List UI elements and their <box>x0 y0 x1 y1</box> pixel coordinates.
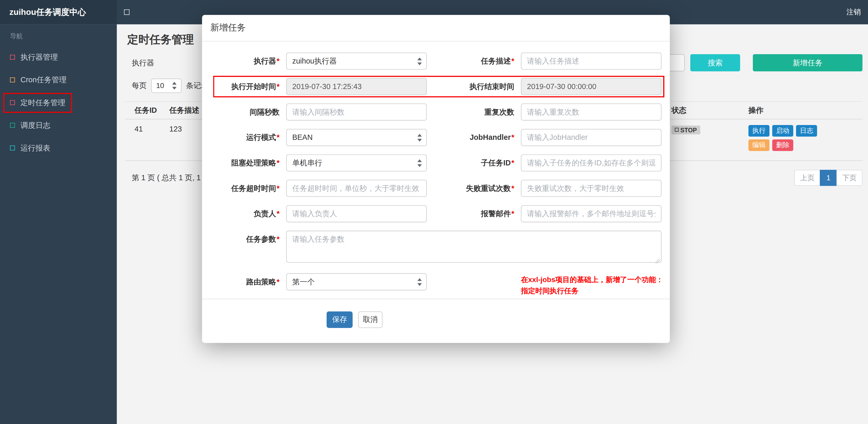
task-desc-input[interactable] <box>521 53 661 70</box>
square-outline-icon <box>10 55 15 60</box>
alarm-email-input[interactable] <box>521 205 661 222</box>
run-mode-select[interactable]: BEAN <box>286 129 427 146</box>
header-task-id: 任务ID <box>125 105 169 116</box>
header-operations: 操作 <box>748 105 862 116</box>
block-strategy-label: 阻塞处理策略* <box>202 155 279 172</box>
sidebar-item-label: 定时任务管理 <box>21 98 65 107</box>
active-item-annotation-box: 定时任务管理 <box>3 93 72 112</box>
cell-operations: 执行 启动 日志 编辑 删除 <box>748 125 862 154</box>
sidebar-item-dispatch-log[interactable]: 调度日志 <box>0 114 117 136</box>
add-task-button[interactable]: 新增任务 <box>753 54 862 71</box>
search-button[interactable]: 搜索 <box>690 54 740 71</box>
jobhandler-label: JobHandler* <box>427 129 514 146</box>
run-button[interactable]: 执行 <box>748 125 770 137</box>
sidebar-item-label: Cron任务管理 <box>21 75 67 85</box>
per-page-value: 10 <box>156 81 164 90</box>
cancel-button[interactable]: 取消 <box>358 312 382 328</box>
executor-select[interactable]: zuihou执行器 <box>286 53 427 70</box>
start-time-label: 执行开始时间* <box>202 78 279 95</box>
interval-label: 间隔秒数 <box>202 103 279 121</box>
owner-label: 负责人* <box>202 205 279 222</box>
timeout-input[interactable] <box>286 180 427 197</box>
edit-button[interactable]: 编辑 <box>748 139 770 151</box>
log-button[interactable]: 日志 <box>796 125 817 137</box>
prev-page-button[interactable]: 上页 <box>795 170 820 186</box>
cell-status: STOP <box>672 125 748 134</box>
feature-note-line1: 在xxl-jobs项目的基础上，新增了一个功能： <box>521 274 663 285</box>
run-mode-label: 运行模式* <box>202 129 279 146</box>
save-button[interactable]: 保存 <box>327 312 353 328</box>
retry-count-label: 失败重试次数* <box>427 180 514 197</box>
square-outline-icon <box>10 77 15 82</box>
square-outline-icon <box>10 100 15 105</box>
child-job-input[interactable] <box>521 155 661 172</box>
next-page-button[interactable]: 下页 <box>836 170 863 186</box>
cell-task-id: 41 <box>125 125 169 133</box>
route-strategy-select[interactable]: 第一个 <box>286 273 427 290</box>
owner-input[interactable] <box>286 205 427 222</box>
header-status: 状态 <box>672 105 748 116</box>
modal-footer: 保存 取消 <box>202 299 670 343</box>
sidebar-item-cron-task-manage[interactable]: Cron任务管理 <box>0 68 117 91</box>
block-strategy-select[interactable]: 单机串行 <box>286 155 427 172</box>
repeat-count-label: 重复次数 <box>427 103 514 121</box>
select-arrows-icon <box>417 159 422 167</box>
retry-count-input[interactable] <box>521 180 661 197</box>
nav-section-label: 导航 <box>0 24 117 46</box>
delete-button[interactable]: 删除 <box>772 139 794 151</box>
end-time-label: 执行结束时间 <box>427 78 514 95</box>
executor-filter-label: 执行器 <box>132 58 154 68</box>
route-strategy-label: 路由策略* <box>202 273 279 290</box>
brand-title: zuihou任务调度中心 <box>0 0 117 24</box>
pagination: 上页 1 下页 <box>795 170 863 186</box>
sidebar-item-label: 执行器管理 <box>21 52 58 62</box>
status-badge: STOP <box>672 125 700 134</box>
sidebar-item-run-report[interactable]: 运行报表 <box>0 137 117 159</box>
logout-link[interactable]: 注销 <box>846 0 861 24</box>
square-outline-icon <box>10 123 15 128</box>
executor-label: 执行器* <box>202 53 279 70</box>
current-page-button[interactable]: 1 <box>820 170 837 186</box>
timeout-label: 任务超时时间* <box>202 180 279 197</box>
repeat-count-input[interactable] <box>521 103 661 121</box>
per-page-select[interactable]: 10 <box>151 78 182 93</box>
feature-note: 在xxl-jobs项目的基础上，新增了一个功能： 指定时间执行任务 <box>521 273 663 296</box>
add-task-modal: 新增任务 执行器* zuihou执行器 任务描述* 执行开始时间* <box>202 15 670 343</box>
select-arrows-icon <box>417 278 422 286</box>
per-page-prefix: 每页 <box>132 80 147 90</box>
app-root: zuihou任务调度中心 注销 导航 执行器管理 Cron任务管理 定时任务管理… <box>0 0 868 424</box>
task-desc-label: 任务描述* <box>427 53 514 70</box>
start-time-input[interactable] <box>286 78 427 95</box>
sidebar-item-label: 运行报表 <box>21 143 51 153</box>
sidebar-item-label: 调度日志 <box>21 120 51 130</box>
job-param-textarea[interactable] <box>286 231 661 263</box>
end-time-input[interactable] <box>521 78 661 95</box>
sidebar-menu: 执行器管理 Cron任务管理 定时任务管理 调度日志 运行报表 <box>0 46 117 159</box>
interval-input[interactable] <box>286 103 427 121</box>
square-glyph-icon <box>675 128 679 132</box>
modal-title: 新增任务 <box>202 15 670 41</box>
sidebar-item-timed-task-manage[interactable]: 定时任务管理 <box>0 91 117 114</box>
sidebar: 导航 执行器管理 Cron任务管理 定时任务管理 调度日志 运行报表 <box>0 24 117 424</box>
start-button[interactable]: 启动 <box>772 125 794 137</box>
alarm-email-label: 报警邮件* <box>427 205 514 222</box>
child-job-label: 子任务ID* <box>427 155 514 172</box>
modal-body: 执行器* zuihou执行器 任务描述* 执行开始时间* 执行结束时间 <box>202 41 670 296</box>
select-arrows-icon <box>417 134 422 141</box>
select-arrows-icon <box>172 81 177 89</box>
job-param-label: 任务参数* <box>202 231 279 248</box>
square-outline-icon <box>10 145 15 151</box>
feature-note-line2: 指定时间执行任务 <box>521 286 663 296</box>
select-arrows-icon <box>417 57 422 65</box>
jobhandler-input[interactable] <box>521 129 661 146</box>
sidebar-item-executor-manage[interactable]: 执行器管理 <box>0 46 117 68</box>
sidebar-toggle-icon[interactable] <box>124 9 129 15</box>
